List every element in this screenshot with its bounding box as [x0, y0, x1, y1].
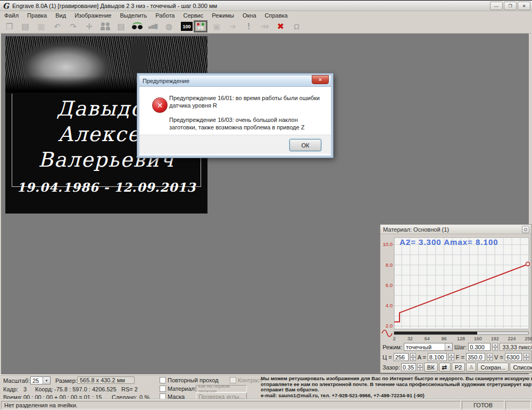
material-list-button[interactable]: Список...: [510, 363, 532, 372]
users-icon[interactable]: [98, 20, 112, 32]
globe-icon[interactable]: ◍: [162, 20, 176, 32]
arrow-right-icon: ➜: [226, 20, 240, 32]
frame-value: 3: [23, 386, 27, 392]
application-window: G Engrave 8.0A (1) [гравирование] Давыдо…: [0, 0, 532, 410]
scale-dropdown[interactable]: 25 ▼: [30, 376, 51, 384]
svg-text:6.0: 6.0: [386, 282, 393, 288]
step-input[interactable]: [468, 343, 491, 351]
x-tick-label: 128: [456, 336, 466, 341]
x-tick-label: 64: [422, 336, 432, 341]
menu-service[interactable]: Сервис: [179, 12, 207, 19]
a-stepper[interactable]: ▲▼: [448, 353, 454, 361]
a-button: A: [466, 363, 476, 372]
gap-stepper[interactable]: ▲▼: [417, 363, 423, 371]
bell-icon[interactable]: Ω: [289, 20, 304, 32]
menu-work[interactable]: Работа: [151, 12, 179, 19]
undo-icon[interactable]: ↶: [50, 20, 64, 32]
info-panel: Масштаб: 25 ▼ Размер: 565.8 x 430.2 мм К…: [0, 374, 532, 399]
card-icon: ▣: [210, 20, 224, 32]
save-copy-icon[interactable]: ▤: [114, 20, 128, 32]
mode-label: Режим:: [383, 344, 402, 350]
menu-windows[interactable]: Окна: [238, 12, 261, 19]
menu-select[interactable]: Выделить: [115, 12, 151, 19]
redo-icon[interactable]: ↷: [66, 20, 80, 32]
status-bar: Нет разделения на ячейки. ГОТОВ: [0, 399, 532, 410]
contrast-checkbox: [230, 377, 236, 383]
error-icon: ✕: [152, 97, 168, 113]
a-input[interactable]: [428, 353, 447, 361]
step-label: Шаг:: [454, 344, 467, 350]
dialog-title: Предупреждение: [143, 78, 189, 84]
coord-label: Коорд:: [35, 386, 53, 392]
v-stepper[interactable]: ▲▼: [523, 353, 529, 361]
gap-input[interactable]: [401, 363, 416, 371]
status-message: Нет разделения на ячейки.: [1, 401, 461, 409]
vk-button[interactable]: ВК: [424, 363, 438, 372]
zoom-100-icon[interactable]: 100: [181, 22, 193, 31]
menu-view[interactable]: Вид: [51, 12, 70, 19]
f-label: F =: [456, 354, 464, 360]
menu-edit[interactable]: Правка: [23, 12, 51, 19]
workspace-canvas[interactable]: Давыдов Алексей Валерьевич 19.04.1986 - …: [1, 34, 529, 374]
c-input[interactable]: [394, 353, 409, 361]
contrast-label: Контраст: [238, 377, 262, 383]
size-label: Размер:: [55, 378, 77, 384]
window-title: Engrave 8.0A (1) [гравирование] Давыдов …: [12, 3, 217, 9]
f-input[interactable]: [466, 353, 485, 361]
panel-menu-icon[interactable]: [522, 226, 529, 233]
x-tick-label: 224: [507, 336, 517, 341]
dialog-title-bar[interactable]: Предупреждение ✕: [139, 76, 331, 87]
p2-button[interactable]: P2: [452, 363, 465, 372]
f-stepper[interactable]: ▲▼: [487, 353, 493, 361]
params-row: Ц = ▲▼ A = ▲▼ F = ▲▼ V = ▲▼: [383, 352, 529, 362]
sunglasses-preview-icon[interactable]: [130, 20, 144, 32]
x-axis-labels: 2326496128160192224256: [394, 336, 529, 342]
mode-dropdown[interactable]: точечный ▼: [404, 343, 453, 351]
exclamation-icon[interactable]: !: [242, 20, 256, 32]
retouch-ad-text: Мы можем ретушировать изображения для Ва…: [261, 376, 532, 398]
material-curve-chart[interactable]: 10.08.06.04.02.0: [380, 234, 532, 331]
chevron-down-icon[interactable]: ▼: [43, 377, 50, 384]
x-tick-label: 96: [439, 336, 449, 341]
step-stepper[interactable]: ▲▼: [492, 343, 498, 351]
svg-text:4.0: 4.0: [386, 302, 393, 308]
dialog-body: ✕ Предупреждение 16/01: во время работы …: [139, 87, 331, 135]
repeat-pass-checkbox[interactable]: [160, 377, 166, 383]
v-input[interactable]: [505, 353, 522, 361]
material-checkbox[interactable]: [160, 386, 166, 392]
chevron-down-icon[interactable]: ▼: [445, 343, 452, 350]
f5-engrave-icon[interactable]: F5: [195, 21, 206, 31]
save-icon[interactable]: ▤: [18, 20, 32, 32]
density-display: 33,33 пикс/см: [500, 343, 532, 351]
stop-red-x-icon[interactable]: ✖: [273, 20, 288, 32]
gap-label: Зазор:: [383, 364, 400, 371]
swap-arrows-button[interactable]: ⇄: [439, 363, 451, 372]
material-panel-title: Материал: Основной (1): [383, 226, 449, 233]
menu-help[interactable]: Справка: [261, 12, 292, 19]
menu-file[interactable]: Файл: [0, 12, 23, 19]
menu-image[interactable]: Изображение: [70, 12, 115, 19]
range-slider[interactable]: [394, 331, 529, 335]
scale-label: Масштаб:: [3, 378, 30, 384]
app-logo-icon: G: [3, 2, 9, 10]
status-spacer: [505, 401, 531, 409]
x-tick-label: 2: [389, 336, 399, 341]
menu-modes[interactable]: Режимы: [207, 12, 238, 19]
x-tick-label: 192: [490, 336, 500, 341]
warning-dialog: Предупреждение ✕ ✕ Предупреждение 16/01:…: [137, 73, 333, 158]
frame-label: Кадр:: [3, 386, 18, 392]
close-button[interactable]: ✕: [518, 2, 530, 10]
histogram-icon[interactable]: ▄▆█: [146, 20, 160, 32]
c-stepper[interactable]: ▲▼: [410, 353, 416, 361]
ok-button[interactable]: ОК: [289, 139, 321, 151]
save-material-button[interactable]: Сохран...: [477, 363, 509, 372]
dialog-footer: ОК: [139, 135, 331, 154]
memorial-dates: 19.04.1986 - 12.09.2013: [5, 180, 207, 194]
dialog-close-icon[interactable]: ✕: [312, 75, 329, 84]
open-folder-icon[interactable]: ❐: [2, 20, 16, 32]
minimize-button[interactable]: —: [490, 2, 503, 10]
move-icon[interactable]: ✛: [82, 20, 96, 32]
x-tick-label: 256: [524, 336, 532, 341]
restore-button[interactable]: ❐: [504, 2, 517, 10]
material-panel-header[interactable]: Материал: Основной (1): [380, 225, 531, 234]
